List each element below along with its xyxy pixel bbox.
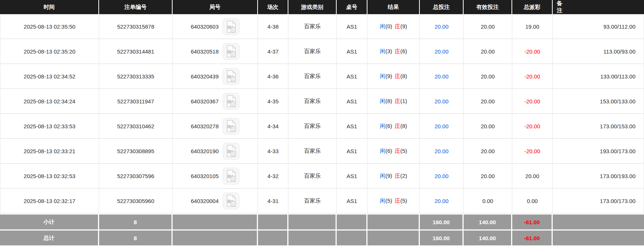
payout-value: -20.00: [524, 123, 540, 129]
video-replay-button[interactable]: [223, 193, 239, 209]
session-cell: 4-35: [258, 89, 288, 114]
video-file-icon: [226, 45, 237, 58]
subtotal-row: 小计 8 160.00 140.00 -61.00: [0, 213, 644, 229]
result-cell: 闲(9)庄(8): [367, 64, 420, 89]
col-header-bet-id: 注单编号: [99, 0, 173, 14]
player-result-score: (6): [385, 148, 392, 154]
round-id-value: 640320105: [191, 173, 219, 179]
video-file-icon: [226, 170, 237, 182]
time-cell: 2025-08-13 02:33:21: [0, 139, 99, 164]
valid-bet-cell: 20.00: [464, 14, 512, 39]
player-result-score: (3): [385, 48, 392, 54]
session-cell: 4-37: [258, 39, 288, 64]
player-result-label: 闲: [380, 173, 385, 179]
bet-id-cell: 522730307596: [99, 164, 173, 189]
table-row: 2025-08-13 02:35:20 522730314481 6403205…: [0, 39, 644, 64]
round-id-cell: 640320004: [173, 189, 258, 213]
time-cell: 2025-08-13 02:35:50: [0, 14, 99, 39]
col-header-valid-bet: 有效投注: [464, 0, 512, 14]
video-replay-button[interactable]: [223, 118, 239, 135]
banker-result-score: (1): [401, 98, 407, 104]
video-file-icon: [226, 70, 237, 83]
player-result-label: 闲: [380, 98, 385, 104]
subtotal-valid-bet: 140.00: [464, 213, 512, 229]
result-cell: 闲(3)庄(6): [367, 39, 420, 64]
table-no-cell: AS1: [337, 114, 367, 139]
player-result-score: (6): [385, 123, 392, 129]
table-body: 2025-08-13 02:35:50 522730315878 6403206…: [0, 14, 644, 213]
payout-value: 0.00: [527, 198, 537, 204]
table-row: 2025-08-13 02:34:52 522730313335 6403204…: [0, 64, 644, 89]
video-replay-button[interactable]: [223, 168, 239, 184]
video-replay-button[interactable]: [223, 18, 239, 35]
game-type-cell: 百家乐: [288, 164, 337, 189]
result-cell: 闲(8)庄(1): [367, 89, 420, 114]
total-bet-cell: 20.00: [420, 14, 464, 39]
col-header-total-bet: 总投注: [420, 0, 464, 14]
video-replay-button[interactable]: [223, 68, 239, 85]
total-bet-cell: 20.00: [420, 189, 464, 213]
total-bet-cell: 20.00: [420, 39, 464, 64]
table-no-cell: AS1: [337, 189, 367, 213]
grand-total-valid-bet: 140.00: [464, 229, 512, 245]
time-cell: 2025-08-13 02:34:24: [0, 89, 99, 114]
total-payout-cell: -20.00: [512, 89, 553, 114]
video-replay-button[interactable]: [223, 143, 239, 160]
session-cell: 4-32: [258, 164, 288, 189]
video-replay-button[interactable]: [223, 93, 239, 110]
round-id-value: 640320518: [191, 48, 219, 55]
game-type-cell: 百家乐: [288, 89, 337, 114]
remark-cell: 93.00/112.00: [553, 14, 644, 39]
valid-bet-cell: 20.00: [464, 89, 512, 114]
total-payout-cell: -20.00: [512, 39, 553, 64]
game-type-cell: 百家乐: [288, 139, 337, 164]
player-result-label: 闲: [380, 73, 385, 79]
player-result-label: 闲: [380, 123, 385, 129]
player-result-label: 闲: [380, 48, 385, 54]
valid-bet-cell: 0.00: [464, 189, 512, 213]
col-header-time: 时间: [0, 0, 99, 14]
player-result-score: (8): [385, 98, 392, 104]
player-result-label: 闲: [380, 197, 385, 204]
round-id-cell: 640320518: [173, 39, 258, 64]
table-row: 2025-08-13 02:33:53 522730310462 6403202…: [0, 114, 644, 139]
round-id-value: 640320278: [191, 123, 219, 129]
valid-bet-cell: 20.00: [464, 139, 512, 164]
grand-total-total-payout: -61.00: [512, 229, 553, 245]
bet-id-cell: 522730313335: [99, 64, 173, 89]
col-header-remark: 备注: [553, 0, 644, 14]
bet-id-cell: 522730315878: [99, 14, 173, 39]
table-row: 2025-08-13 02:33:21 522730308895 6403201…: [0, 139, 644, 164]
round-id-cell: 640320278: [173, 114, 258, 139]
total-bet-cell: 20.00: [420, 89, 464, 114]
col-header-session: 场次: [258, 0, 288, 14]
subtotal-empty-game: [288, 213, 337, 229]
subtotal-empty-round: [173, 213, 258, 229]
round-id-cell: 640320603: [173, 14, 258, 39]
banker-result-label: 庄: [395, 48, 401, 54]
game-type-cell: 百家乐: [288, 114, 337, 139]
table-no-cell: AS1: [337, 164, 367, 189]
remark-cell: 173.00/173.00: [553, 189, 644, 213]
video-replay-button[interactable]: [223, 43, 239, 60]
remark-cell: 173.00/153.00: [553, 114, 644, 139]
time-cell: 2025-08-13 02:34:52: [0, 64, 99, 89]
total-bet-cell: 20.00: [420, 139, 464, 164]
time-cell: 2025-08-13 02:32:17: [0, 189, 99, 213]
total-bet-cell: 20.00: [420, 164, 464, 189]
valid-bet-cell: 20.00: [464, 164, 512, 189]
payout-value: -20.00: [524, 48, 540, 55]
banker-result-score: (8): [401, 73, 407, 79]
subtotal-payout-value: -61.00: [524, 219, 540, 225]
bet-id-cell: 522730305960: [99, 189, 173, 213]
banker-result-score: (5): [401, 148, 407, 154]
valid-bet-cell: 20.00: [464, 64, 512, 89]
video-file-icon: [226, 95, 237, 107]
remark-cell: 153.00/133.00: [553, 89, 644, 114]
round-id-cell: 640320439: [173, 64, 258, 89]
round-id-value: 640320190: [191, 148, 219, 154]
round-id-value: 640320439: [191, 73, 219, 80]
grand-total-row: 总计 8 160.00 140.00 -61.00: [0, 229, 644, 245]
subtotal-total-payout: -61.00: [512, 213, 553, 229]
col-header-round-id: 局号: [173, 0, 258, 14]
